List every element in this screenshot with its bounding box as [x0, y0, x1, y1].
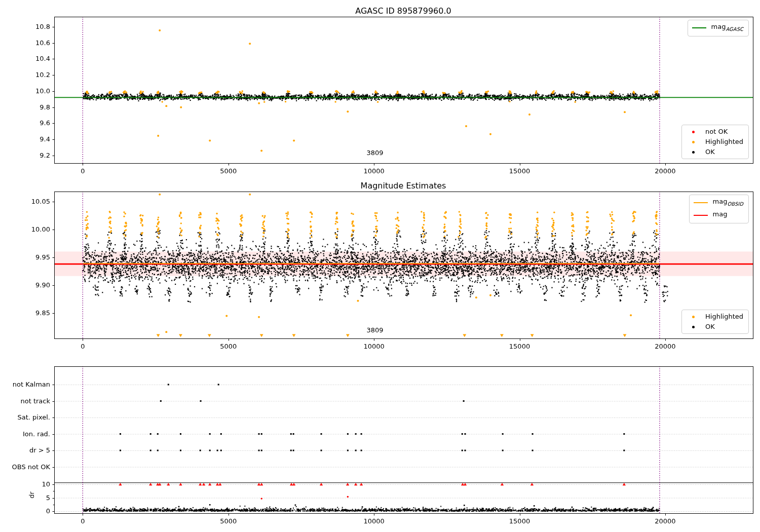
- middle-y-tick-label: 9.85: [35, 310, 50, 317]
- middle-y-tick-label: 10.00: [31, 226, 50, 233]
- legend-item-ok: OK: [686, 323, 743, 331]
- middle-y-tick-label: 9.95: [35, 254, 50, 261]
- top-panel-title: AGASC ID 895879960.0: [355, 6, 451, 16]
- category-label: not track: [20, 398, 50, 405]
- legend-swatch: [686, 141, 701, 143]
- legend-swatch: [693, 202, 708, 203]
- bottom-x-tick-label: 15000: [509, 518, 530, 525]
- legend-label: mag: [713, 210, 728, 221]
- legend-item-mag-obsid: magOBSID: [693, 198, 743, 208]
- legend-item-mag-agasc: magAGASC: [692, 23, 743, 33]
- category-label: not Kalman: [13, 381, 50, 388]
- bottom-x-tick-label: 10000: [363, 518, 384, 525]
- legend-label: not OK: [705, 128, 728, 136]
- middle-x-tick-label: 0: [81, 343, 85, 350]
- middle-x-tick-label: 20000: [655, 343, 675, 350]
- legend-label: Highlighted: [705, 138, 743, 146]
- top-y-tick-label: 9.6: [40, 120, 50, 127]
- category-label: dr > 5: [29, 447, 50, 454]
- legend-item-not-ok: not OK: [686, 128, 743, 136]
- middle-panel-title: Magnitude Estimates: [361, 181, 446, 191]
- dr-tick-label: 0: [46, 508, 50, 515]
- legend-top-markers: not OK Highlighted OK: [681, 125, 749, 159]
- top-y-tick-label: 9.2: [40, 152, 50, 159]
- legend-swatch: [686, 151, 701, 154]
- top-annotation-obsid: 3809: [366, 149, 383, 157]
- top-y-tick-label: 10.2: [35, 71, 50, 79]
- dr-axis-label: dr: [28, 491, 35, 499]
- bottom-x-tick-label: 0: [81, 518, 85, 525]
- legend-swatch: [686, 316, 701, 318]
- category-label: Sat. pixel.: [18, 414, 50, 421]
- legend-item-mag: mag: [693, 210, 743, 221]
- top-x-tick-label: 20000: [655, 168, 675, 175]
- legend-swatch: [686, 131, 701, 133]
- legend-item-ok: OK: [686, 148, 743, 156]
- category-label: Ion. rad.: [23, 431, 50, 438]
- ok-dot-swatch: [692, 326, 695, 328]
- legend-mid-markers: Highlighted OK: [681, 310, 749, 334]
- ok-dot-swatch: [692, 151, 695, 154]
- legend-label: OK: [705, 148, 715, 156]
- top-y-tick-label: 10.4: [35, 55, 50, 62]
- legend-swatch: [693, 215, 708, 216]
- legend-label: magAGASC: [711, 23, 743, 33]
- middle-y-tick-label: 9.90: [35, 282, 50, 289]
- legend-item-highlighted: Highlighted: [686, 138, 743, 146]
- top-y-tick-label: 10.8: [35, 23, 50, 30]
- bottom-x-tick-label: 20000: [655, 518, 675, 525]
- dr-tick-label: 5: [46, 495, 50, 502]
- legend-label: magOBSID: [713, 198, 743, 208]
- top-y-tick-label: 9.8: [40, 104, 50, 111]
- plot-canvas: [0, 0, 760, 532]
- highlighted-dot-swatch: [692, 141, 695, 143]
- top-y-tick-label: 10.6: [35, 40, 50, 47]
- top-y-tick-label: 10.0: [35, 88, 50, 95]
- legend-swatch: [692, 27, 707, 28]
- top-x-tick-label: 15000: [509, 168, 530, 175]
- highlighted-dot-swatch: [692, 316, 695, 318]
- category-label: OBS not OK: [12, 464, 51, 471]
- middle-annotation-obsid: 3809: [366, 326, 383, 334]
- middle-x-tick-label: 5000: [220, 343, 237, 350]
- top-x-tick-label: 10000: [363, 168, 384, 175]
- middle-y-tick-label: 10.05: [31, 198, 50, 205]
- figure: AGASC ID 895879960.0 Magnitude Estimates…: [0, 0, 760, 532]
- middle-x-tick-label: 15000: [509, 343, 530, 350]
- bottom-x-tick-label: 5000: [220, 518, 237, 525]
- legend-mag-agasc: magAGASC: [688, 20, 749, 36]
- legend-mid-lines: magOBSID mag: [689, 195, 749, 223]
- not-ok-dot-swatch: [692, 131, 695, 133]
- legend-label: OK: [705, 323, 715, 331]
- dr-tick-label: 10: [42, 481, 50, 488]
- top-x-tick-label: 0: [81, 168, 85, 175]
- top-y-tick-label: 9.4: [40, 136, 50, 143]
- top-x-tick-label: 5000: [220, 168, 237, 175]
- mag-agasc-line-swatch: [692, 27, 706, 28]
- legend-item-highlighted: Highlighted: [686, 313, 743, 321]
- legend-swatch: [686, 326, 701, 328]
- legend-label: Highlighted: [705, 313, 743, 321]
- mag-line-swatch: [694, 215, 708, 216]
- mag-obsid-line-swatch: [694, 202, 708, 203]
- middle-x-tick-label: 10000: [363, 343, 384, 350]
